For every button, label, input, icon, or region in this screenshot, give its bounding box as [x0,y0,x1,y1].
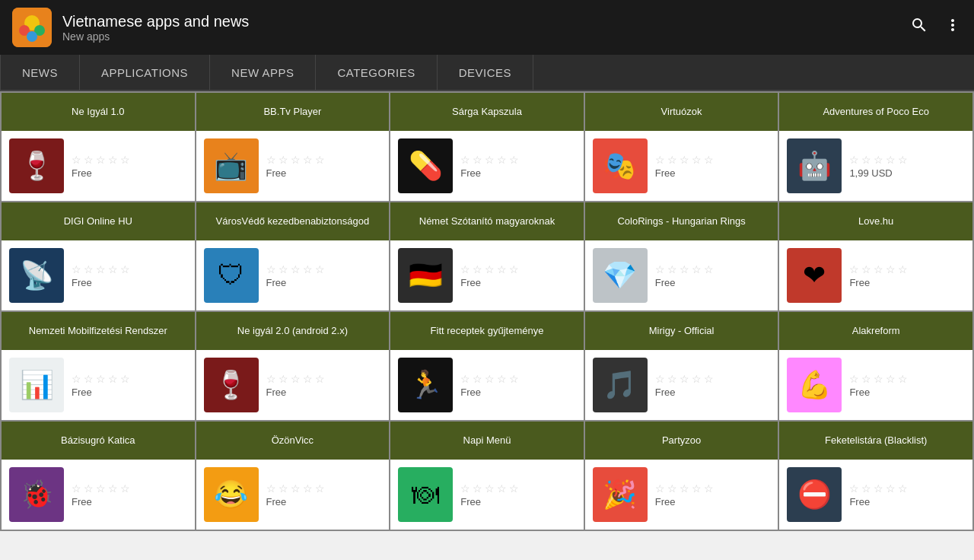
app-card[interactable]: Német Szótanító magyaroknak 🇩🇪 ☆☆☆☆☆ Fre… [390,202,584,310]
star-icon: ☆ [485,154,495,164]
star-icon: ☆ [655,373,666,383]
star-icon: ☆ [120,373,131,383]
star-icon: ☆ [279,154,289,164]
nav-devices[interactable]: Devices [438,55,533,90]
app-card-body: 🍷 ☆☆☆☆☆ Free [2,131,195,201]
star-icon: ☆ [266,154,277,164]
star-icon: ☆ [84,263,94,274]
star-icon: ☆ [96,154,107,164]
star-rating: ☆☆☆☆☆ [849,154,965,164]
header-actions [910,16,962,39]
app-card[interactable]: Alakreform 💪 ☆☆☆☆☆ Free [779,312,972,420]
star-icon: ☆ [84,373,94,383]
app-card[interactable]: BB.Tv Player 📺 ☆☆☆☆☆ Free [196,93,390,201]
app-card[interactable]: Bázisugró Katica 🐞 ☆☆☆☆☆ Free [2,422,195,530]
app-icon: 💪 [787,358,842,412]
app-price: Free [72,387,187,398]
nav-categories[interactable]: Categories [316,55,437,90]
search-icon[interactable] [910,16,928,39]
app-info: ☆☆☆☆☆ Free [849,373,965,398]
star-icon: ☆ [460,263,471,274]
star-icon: ☆ [692,373,702,383]
app-subtitle: New apps [62,30,910,43]
star-rating: ☆☆☆☆☆ [266,263,382,274]
app-name: Ne Igyál 1.0 [2,93,195,131]
app-card-body: 🎉 ☆☆☆☆☆ Free [585,460,778,530]
star-rating: ☆☆☆☆☆ [72,373,187,383]
star-icon: ☆ [120,482,131,493]
app-card-body: 😂 ☆☆☆☆☆ Free [196,460,390,530]
star-icon: ☆ [108,482,119,493]
star-rating: ☆☆☆☆☆ [655,482,771,493]
star-icon: ☆ [667,263,678,274]
app-card[interactable]: Ne Igyál 1.0 🍷 ☆☆☆☆☆ Free [2,93,195,201]
app-name: Nemzeti Mobilfizetési Rendszer [2,312,195,350]
app-card[interactable]: Sárga Kapszula 💊 ☆☆☆☆☆ Free [390,93,584,201]
star-icon: ☆ [96,373,107,383]
app-card[interactable]: VárosVédő kezedbenabiztonságod 🛡 ☆☆☆☆☆ F… [196,202,390,310]
app-price: Free [460,167,576,179]
app-price: Free [460,277,576,288]
app-icon: 📊 [9,358,64,412]
star-icon: ☆ [303,373,314,383]
app-icon: 💎 [593,248,648,303]
app-card[interactable]: Love.hu ❤ ☆☆☆☆☆ Free [779,202,972,310]
star-icon: ☆ [266,373,277,383]
app-name: VárosVédő kezedbenabiztonságod [196,202,390,240]
star-icon: ☆ [861,373,872,383]
app-price: Free [266,387,382,398]
app-icon: ⛔ [787,467,842,522]
app-name: Napi Menü [390,422,584,460]
nav-news[interactable]: News [0,55,80,90]
app-card-body: 💪 ☆☆☆☆☆ Free [779,350,972,420]
app-price: Free [266,277,382,288]
star-icon: ☆ [473,154,483,164]
star-icon: ☆ [120,154,131,164]
app-icon: 🎉 [593,467,648,522]
app-card[interactable]: DIGI Online HU 📡 ☆☆☆☆☆ Free [2,202,195,310]
star-icon: ☆ [874,263,884,274]
star-icon: ☆ [291,154,301,164]
app-card[interactable]: Fitt receptek gyűjteménye 🏃 ☆☆☆☆☆ Free [390,312,584,420]
star-icon: ☆ [303,482,314,493]
star-icon: ☆ [315,263,326,274]
app-icon: 🇩🇪 [398,248,453,303]
star-icon: ☆ [315,373,326,383]
star-icon: ☆ [108,154,119,164]
app-card[interactable]: Ne igyál 2.0 (android 2.x) 🍷 ☆☆☆☆☆ Free [196,312,390,420]
star-icon: ☆ [704,154,715,164]
nav-new-apps[interactable]: New apps [210,55,316,90]
star-icon: ☆ [886,154,896,164]
star-icon: ☆ [473,263,483,274]
star-icon: ☆ [667,154,678,164]
app-card[interactable]: ÖzönVicc 😂 ☆☆☆☆☆ Free [196,422,390,530]
app-name: Fitt receptek gyűjteménye [390,312,584,350]
app-card[interactable]: Nemzeti Mobilfizetési Rendszer 📊 ☆☆☆☆☆ F… [2,312,195,420]
star-icon: ☆ [667,373,678,383]
star-icon: ☆ [497,373,508,383]
star-icon: ☆ [898,482,909,493]
app-icon: 🎵 [593,358,648,412]
app-card[interactable]: ColoRings - Hungarian Rings 💎 ☆☆☆☆☆ Free [585,202,778,310]
app-icon: 🍷 [9,138,64,193]
app-card[interactable]: Feketelistára (Blacklist) ⛔ ☆☆☆☆☆ Free [779,422,972,530]
star-icon: ☆ [460,154,471,164]
nav-applications[interactable]: Applications [80,55,210,90]
app-price: Free [655,277,771,288]
star-rating: ☆☆☆☆☆ [460,263,576,274]
app-card[interactable]: Napi Menü 🍽 ☆☆☆☆☆ Free [390,422,584,530]
menu-icon[interactable] [944,16,962,39]
star-icon: ☆ [509,482,520,493]
star-icon: ☆ [861,154,872,164]
app-card[interactable]: Adventures of Poco Eco 🤖 ☆☆☆☆☆ 1,99 USD [779,93,972,201]
star-icon: ☆ [861,482,872,493]
app-name: ÖzönVicc [196,422,390,460]
app-card[interactable]: Virtuózok 🎭 ☆☆☆☆☆ Free [585,93,778,201]
star-icon: ☆ [898,154,909,164]
app-card[interactable]: Mirigy - Official 🎵 ☆☆☆☆☆ Free [585,312,778,420]
app-info: ☆☆☆☆☆ Free [72,154,187,179]
app-card[interactable]: Partyzoo 🎉 ☆☆☆☆☆ Free [585,422,778,530]
app-price: Free [655,167,771,179]
star-icon: ☆ [849,263,860,274]
star-icon: ☆ [120,263,131,274]
